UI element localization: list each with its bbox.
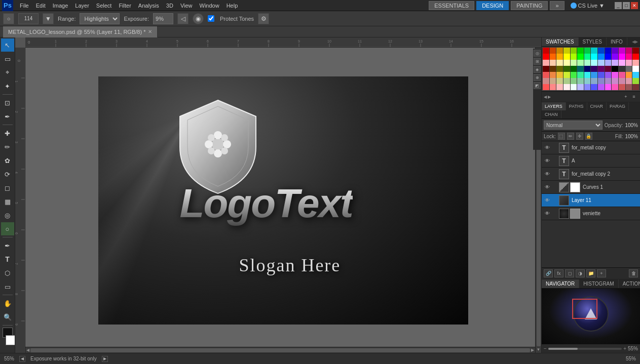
swatch-light-lime[interactable]: [571, 60, 577, 66]
swatch-8ac[interactable]: [591, 78, 597, 84]
swatch-white[interactable]: [632, 66, 639, 72]
tool-crop[interactable]: ⊡: [1, 96, 14, 109]
panel-collapse[interactable]: ◀▶: [632, 39, 638, 44]
swatch-8c8[interactable]: [571, 78, 577, 84]
swatch-light-purple[interactable]: [612, 60, 618, 66]
tab-navigator[interactable]: NAVIGATOR: [542, 279, 579, 288]
tool-lasso[interactable]: ⌖: [1, 66, 14, 79]
swatches-scroll-right[interactable]: ▶: [548, 95, 551, 99]
fill-value[interactable]: 100%: [625, 134, 638, 139]
status-arrow-left[interactable]: ◀: [19, 356, 25, 362]
swatch-green-teal[interactable]: [584, 48, 591, 54]
tool-wand[interactable]: ✦: [1, 79, 14, 93]
background-color[interactable]: [6, 335, 16, 345]
swatches-menu-btn[interactable]: ≡: [630, 93, 638, 101]
swatch-bright-green[interactable]: [577, 54, 584, 60]
layer-row-curves1[interactable]: 👁 Curves 1: [542, 181, 640, 194]
layer-mask-btn[interactable]: ◻: [565, 269, 574, 277]
menu-filter[interactable]: Filter: [115, 2, 134, 10]
status-arrow-right[interactable]: ▶: [102, 356, 108, 362]
swatch-maroon[interactable]: [632, 48, 639, 54]
delete-layer-btn[interactable]: 🗑: [629, 269, 638, 277]
swatch-dark-green[interactable]: [571, 66, 577, 72]
menu-layer[interactable]: Layer: [71, 2, 93, 10]
opacity-value[interactable]: 100%: [625, 123, 638, 128]
swatch-light-green[interactable]: [577, 60, 584, 66]
swatch-b5f[interactable]: [598, 84, 605, 90]
document-tab[interactable]: METAL_LOGO_lesson.psd @ 55% (Layer 11, R…: [3, 26, 158, 37]
tool-dodge[interactable]: ○: [1, 222, 14, 235]
swatch-bright-blue[interactable]: [605, 54, 612, 60]
swatch-e59[interactable]: [619, 72, 625, 78]
swatch-orange-dark[interactable]: [550, 48, 556, 54]
swatch-light-red-2[interactable]: [632, 60, 639, 66]
swatch-orange[interactable]: [550, 54, 556, 60]
lock-all-icon[interactable]: 🔒: [585, 133, 592, 140]
swatch-c55[interactable]: [619, 84, 625, 90]
nav-zoom-out-icon[interactable]: −: [544, 346, 547, 351]
lock-position-icon[interactable]: ✛: [576, 133, 583, 140]
swatch-sky[interactable]: [598, 54, 605, 60]
swatch-lime[interactable]: [571, 48, 577, 54]
exposure-slider-icon[interactable]: ◁: [177, 13, 189, 24]
swatch-mint[interactable]: [584, 60, 591, 66]
swatch-d9a[interactable]: [626, 78, 632, 84]
tab-swatches[interactable]: SWATCHES: [542, 37, 579, 46]
swatch-mid-gray[interactable]: [626, 66, 632, 72]
workspace-painting[interactable]: PAINTING: [511, 1, 548, 10]
nav-zoom-in-icon[interactable]: +: [623, 346, 626, 351]
menu-edit[interactable]: Edit: [32, 2, 49, 10]
swatch-violet[interactable]: [612, 54, 618, 60]
swatch-955[interactable]: [626, 84, 632, 90]
swatch-fbb[interactable]: [556, 84, 563, 90]
swatch-bright-red[interactable]: [543, 54, 549, 60]
cs-live[interactable]: CS Live ▼: [567, 2, 609, 10]
swatch-magenta[interactable]: [619, 48, 625, 54]
swatch-9d3[interactable]: [632, 78, 639, 84]
brush-size-input[interactable]: 114: [18, 13, 39, 24]
tab-chan[interactable]: CHAN: [542, 110, 561, 118]
swatch-3cf[interactable]: [632, 72, 639, 78]
layer-row-veniette[interactable]: 👁 veniette: [542, 207, 640, 220]
layer-eye-curves1[interactable]: 👁: [544, 184, 551, 191]
tab-paths[interactable]: PATHS: [566, 102, 587, 110]
tab-layers[interactable]: LAYERS: [542, 102, 566, 110]
workspace-extend[interactable]: »: [550, 1, 564, 10]
swatch-39e[interactable]: [591, 72, 597, 78]
tool-path[interactable]: ⬡: [1, 266, 14, 279]
swatch-yellow-green[interactable]: [571, 54, 577, 60]
swatch-spring[interactable]: [584, 54, 591, 60]
lock-paint-icon[interactable]: ✏: [567, 133, 574, 140]
swatch-55e[interactable]: [598, 72, 605, 78]
swatch-yellow[interactable]: [563, 48, 570, 54]
swatch-55f[interactable]: [591, 84, 597, 90]
tab-char[interactable]: CHAR: [587, 102, 607, 110]
tool-move[interactable]: ↖: [1, 38, 14, 52]
swatch-pink[interactable]: [626, 48, 632, 54]
swatch-88f[interactable]: [584, 84, 591, 90]
tool-text[interactable]: T: [1, 253, 14, 266]
layer-eye-a[interactable]: 👁: [544, 157, 551, 165]
swatch-8ca[interactable]: [577, 78, 584, 84]
brush-picker-icon[interactable]: ▼: [43, 13, 54, 24]
swatch-bbf[interactable]: [577, 84, 584, 90]
layer-row-for-metall-copy[interactable]: 👁 T for_metall copy: [542, 141, 640, 154]
layer-eye-layer11[interactable]: 👁: [544, 197, 551, 204]
tab-histogram[interactable]: HISTOGRAM: [579, 279, 618, 288]
swatch-green[interactable]: [577, 48, 584, 54]
tool-history[interactable]: ⟳: [1, 168, 14, 181]
swatch-8cc[interactable]: [584, 78, 591, 84]
tool-clone[interactable]: ✿: [1, 154, 14, 167]
swatch-yellow-dark[interactable]: [556, 48, 563, 54]
swatch-light-pink[interactable]: [626, 60, 632, 66]
swatch-ca8[interactable]: [550, 78, 556, 84]
swatch-f5f[interactable]: [605, 84, 612, 90]
swatch-e5e[interactable]: [612, 72, 618, 78]
swatch-bright-yellow[interactable]: [563, 54, 570, 60]
swatch-4e4[interactable]: [571, 72, 577, 78]
menu-3d[interactable]: 3D: [163, 2, 177, 10]
swatch-95e[interactable]: [605, 72, 612, 78]
tool-brush[interactable]: ✏: [1, 140, 14, 153]
tool-healing[interactable]: ✚: [1, 127, 14, 140]
range-select[interactable]: Highlights: [80, 13, 120, 24]
